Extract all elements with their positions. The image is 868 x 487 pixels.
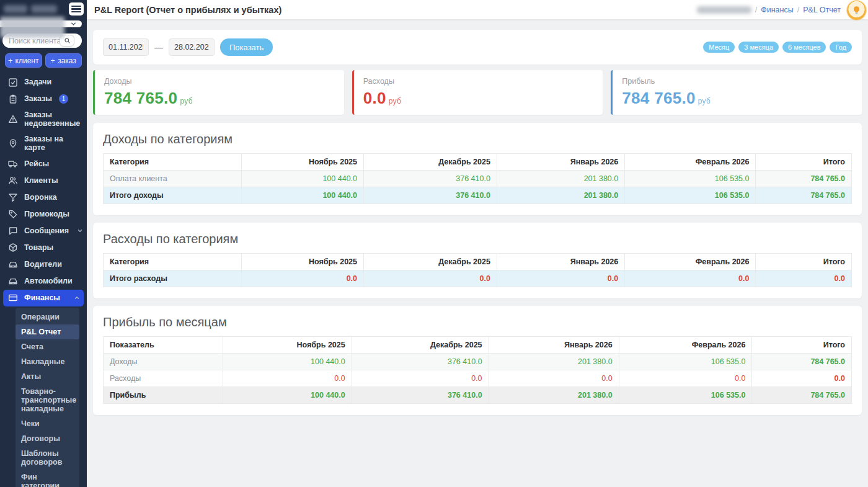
card-label: Прибыль xyxy=(622,77,852,86)
submenu-item-invoices[interactable]: Счета xyxy=(16,339,79,354)
value-cell: 106 535.0 xyxy=(625,171,756,187)
search-icon xyxy=(64,37,71,44)
expenses-value: 0.0 xyxy=(363,89,386,107)
hamburger-icon xyxy=(71,6,81,7)
sidebar-item-finances[interactable]: Финансы xyxy=(3,290,84,306)
profit-by-month-section: Прибыль по месяцам Показатель Ноябрь 202… xyxy=(93,306,862,415)
chevron-down-icon xyxy=(70,20,77,27)
add-order-button[interactable]: + заказ xyxy=(45,53,82,68)
sidebar-nav: Задачи Заказы 1 Заказы недовезенные Зака… xyxy=(0,74,87,487)
submenu-item-contracts[interactable]: Договоры xyxy=(16,431,79,446)
value-cell: 100 440.0 xyxy=(242,187,364,204)
section-title: Прибыль по месяцам xyxy=(103,315,852,329)
add-client-label: клиент xyxy=(16,56,39,65)
breadcrumb-separator: / xyxy=(755,6,757,14)
date-from-input[interactable] xyxy=(103,38,149,56)
orders-count-badge: 1 xyxy=(59,94,68,104)
sidebar-item-goods[interactable]: Товары xyxy=(0,239,87,256)
menu-toggle-button[interactable] xyxy=(69,2,84,16)
range-year-button[interactable]: Год xyxy=(830,42,852,53)
value-cell: 0.0 xyxy=(242,270,364,287)
sidebar-item-messages[interactable]: Сообщения xyxy=(0,223,87,239)
range-month-button[interactable]: Месяц xyxy=(703,42,735,53)
clipboard-icon xyxy=(8,94,19,104)
currency-unit: руб xyxy=(180,97,192,105)
value-cell: 0.0 xyxy=(364,270,497,287)
filter-panel: — Показать Месяц 3 месяца 6 месяцев Год xyxy=(93,30,862,65)
breadcrumb: / Финансы / P&L Отчет xyxy=(697,6,841,14)
total-cell: 784 765.0 xyxy=(756,187,852,204)
value-cell: 106 535.0 xyxy=(625,187,756,204)
submenu-item-pnl-report[interactable]: P&L Отчет xyxy=(16,324,79,339)
breadcrumb-finances-link[interactable]: Финансы xyxy=(761,6,793,14)
income-by-category-section: Доходы по категориям Категория Ноябрь 20… xyxy=(93,123,862,215)
sidebar-item-label: Финансы xyxy=(24,293,60,302)
value-cell: 100 440.0 xyxy=(223,354,352,370)
sidebar-actions: + клиент + заказ xyxy=(5,53,82,68)
column-header: Итого xyxy=(756,254,852,270)
sidebar-item-orders[interactable]: Заказы 1 xyxy=(0,91,87,107)
add-client-button[interactable]: + клиент xyxy=(5,53,42,68)
submenu-item-waybills[interactable]: Накладные xyxy=(16,354,79,369)
date-to-input[interactable] xyxy=(169,38,215,56)
chevron-up-icon xyxy=(74,295,80,301)
breadcrumb-current-page[interactable]: P&L Отчет xyxy=(803,6,841,14)
submenu-item-fin-categories[interactable]: Фин категории xyxy=(16,470,79,487)
expenses-table: Категория Ноябрь 2025 Декабрь 2025 Январ… xyxy=(103,253,852,287)
page-title: P&L Report (Отчет о прибылях и убытках) xyxy=(94,5,281,15)
card-label: Доходы xyxy=(104,77,335,86)
column-header: Февраль 2026 xyxy=(619,337,752,354)
branch-select[interactable] xyxy=(0,20,82,27)
sidebar: + клиент + заказ Задачи Заказы 1 Заказы … xyxy=(0,0,87,487)
column-header: Итого xyxy=(756,154,852,171)
value-cell: 0.0 xyxy=(497,270,624,287)
sidebar-item-undelivered-orders[interactable]: Заказы недовезенные xyxy=(0,107,87,132)
value-cell: 0.0 xyxy=(489,370,619,387)
submenu-item-contract-templates[interactable]: Шаблоны договоров xyxy=(16,446,79,470)
sidebar-item-drivers[interactable]: Водители xyxy=(0,256,87,273)
value-cell: 376 410.0 xyxy=(364,187,497,204)
sidebar-item-label: Заказы на карте xyxy=(24,135,83,153)
range-3months-button[interactable]: 3 месяца xyxy=(738,42,779,53)
value-cell: 0.0 xyxy=(223,370,352,387)
profit-value: 784 765.0 xyxy=(622,89,695,107)
submenu-item-receipts[interactable]: Чеки xyxy=(16,416,79,431)
sidebar-item-vehicles[interactable]: Автомобили xyxy=(0,273,87,290)
people-icon xyxy=(8,176,19,186)
column-header: Показатель xyxy=(104,337,223,354)
main-area: P&L Report (Отчет о прибылях и убытках) … xyxy=(87,0,868,487)
app-window: + клиент + заказ Задачи Заказы 1 Заказы … xyxy=(0,0,868,487)
column-header: Категория xyxy=(104,154,242,171)
column-header: Январь 2026 xyxy=(489,337,619,354)
value-cell: 100 440.0 xyxy=(223,387,352,404)
submenu-item-acts[interactable]: Акты xyxy=(16,369,79,384)
table-row: Доходы 100 440.0 376 410.0 201 380.0 106… xyxy=(104,354,852,370)
sidebar-item-tasks[interactable]: Задачи xyxy=(0,74,87,91)
add-order-label: заказ xyxy=(58,56,76,65)
submenu-item-operations[interactable]: Операции xyxy=(16,310,79,324)
breadcrumb-separator: / xyxy=(797,6,799,14)
value-cell: 201 380.0 xyxy=(497,171,624,187)
total-cell: 0.0 xyxy=(756,270,852,287)
report-content: — Показать Месяц 3 месяца 6 месяцев Год … xyxy=(87,19,868,422)
value-cell: 0.0 xyxy=(625,270,756,287)
table-row: Оплата клиента 100 440.0 376 410.0 201 3… xyxy=(104,171,852,187)
sidebar-item-clients[interactable]: Клиенты xyxy=(0,172,87,189)
submenu-item-transport-waybills[interactable]: Товарно-транспортные накладные xyxy=(16,384,79,416)
show-button[interactable]: Показать xyxy=(220,38,273,56)
help-widget-button[interactable] xyxy=(847,1,866,20)
profit-table: Показатель Ноябрь 2025 Декабрь 2025 Янва… xyxy=(103,336,852,404)
column-header: Ноябрь 2025 xyxy=(242,154,364,171)
sidebar-item-promocodes[interactable]: Промокоды xyxy=(0,206,87,223)
sidebar-item-label: Задачи xyxy=(24,78,51,86)
category-cell: Прибыль xyxy=(104,387,223,404)
sidebar-item-trips[interactable]: Рейсы xyxy=(0,156,87,172)
box-icon xyxy=(8,243,19,253)
column-header: Ноябрь 2025 xyxy=(242,254,364,270)
value-cell: 201 380.0 xyxy=(489,387,619,404)
sidebar-item-orders-on-map[interactable]: Заказы на карте xyxy=(0,132,87,156)
sidebar-item-label: Клиенты xyxy=(24,176,58,185)
category-cell: Доходы xyxy=(104,354,223,370)
sidebar-item-funnel[interactable]: Воронка xyxy=(0,189,87,206)
range-6months-button[interactable]: 6 месяцев xyxy=(782,42,826,53)
